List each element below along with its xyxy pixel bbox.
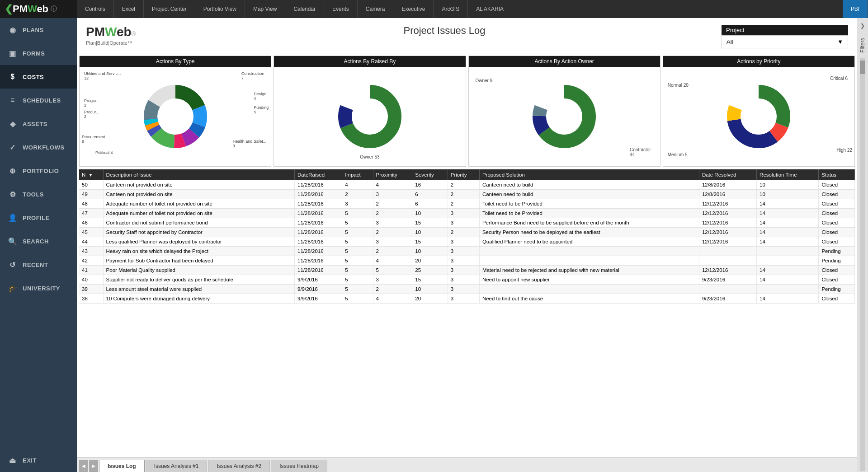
- recent-icon: ↺: [7, 259, 18, 270]
- table-row: 40 Supplier not ready to deliver goods a…: [79, 275, 855, 285]
- cell-status: Closed: [819, 294, 855, 304]
- cell-solution: Security Person need to be deployed at t…: [479, 228, 699, 237]
- donut-owner: Owner 9 Contractor44: [471, 69, 658, 164]
- sidebar-item-recent[interactable]: ↺ RECENT: [0, 253, 77, 276]
- cell-solution: Canteen need to build: [479, 190, 699, 199]
- sidebar-item-university[interactable]: 🎓 UNIVERSITY: [0, 276, 77, 300]
- filter-select[interactable]: All ▼: [722, 35, 848, 48]
- col-prox: Proximity: [373, 169, 412, 180]
- cell-status: Closed: [819, 190, 855, 199]
- cell-resolved: 12/8/2016: [699, 190, 756, 199]
- nav-events[interactable]: Events: [324, 0, 358, 18]
- cell-restime: [757, 285, 819, 294]
- cell-resolved: [699, 247, 756, 256]
- cell-impact: 5: [342, 266, 373, 275]
- cell-restime: 14: [757, 275, 819, 285]
- sidebar-item-forms[interactable]: ▣ FORMS: [0, 42, 77, 65]
- nav-portfolio-view[interactable]: Portfolio View: [195, 0, 245, 18]
- cell-prox: 2: [373, 209, 412, 218]
- svg-point-18: [548, 101, 580, 132]
- nav-excel[interactable]: Excel: [114, 0, 144, 18]
- label-owner9: Owner 9: [476, 78, 493, 83]
- sidebar-label-university: UNIVERSITY: [23, 285, 60, 292]
- cell-n: 49: [79, 190, 103, 199]
- sidebar-item-schedules[interactable]: ≡ SCHEDULES: [0, 89, 77, 112]
- cell-prox: 4: [373, 256, 412, 266]
- tab-scroll-left[interactable]: ◀: [79, 460, 88, 472]
- cell-restime: 14: [757, 209, 819, 218]
- donut-svg-raised: [334, 80, 406, 153]
- cell-status: Closed: [819, 180, 855, 190]
- label-medium5: Medium 5: [668, 152, 688, 157]
- tab-issues-analysis-1[interactable]: Issues Analysis #1: [146, 460, 208, 472]
- sort-icon-n[interactable]: ▼: [89, 173, 93, 178]
- cell-resolved: 12/12/2016: [699, 209, 756, 218]
- tab-issues-heatmap[interactable]: Issues Heatmap: [271, 460, 327, 472]
- chart-title-owner: Actions By Action Owner: [469, 56, 660, 67]
- cell-sev: 15: [412, 275, 448, 285]
- label-high22: High 22: [837, 148, 852, 153]
- top-nav: ❮PMWeb ⓘ Controls Excel Project Center P…: [0, 0, 868, 18]
- nav-camera[interactable]: Camera: [358, 0, 394, 18]
- cell-solution: Qualified Planner need to be appointed: [479, 237, 699, 247]
- chart-body-type: Utilities and Servic...12 Construction7 …: [80, 67, 271, 166]
- logo-brand: PMWeb®: [86, 25, 167, 39]
- cell-date: 11/28/2016: [295, 266, 342, 275]
- sidebar-item-costs[interactable]: $ COSTS: [0, 65, 77, 89]
- cell-date: 11/28/2016: [295, 256, 342, 266]
- cell-n: 44: [79, 237, 103, 247]
- cell-sev: 25: [412, 266, 448, 275]
- tab-issues-analysis-2[interactable]: Issues Analysis #2: [208, 460, 270, 472]
- cell-prox: 2: [373, 285, 412, 294]
- col-impact: Impact: [342, 169, 373, 180]
- sidebar: ◉ PLANS ▣ FORMS $ COSTS ≡ SCHEDULES ◈ AS…: [0, 18, 77, 472]
- label-construction: Construction7: [241, 71, 264, 80]
- label-procur: Procur...2: [84, 110, 99, 119]
- sidebar-label-plans: PLANS: [23, 27, 44, 33]
- sidebar-item-profile[interactable]: 👤 PROFILE: [0, 206, 77, 229]
- page-title: Project Issues Log: [167, 25, 722, 37]
- filter-value: All: [726, 38, 733, 45]
- cell-date: 11/28/2016: [295, 180, 342, 190]
- donut-svg-owner: [528, 80, 600, 153]
- nav-project-center[interactable]: Project Center: [144, 0, 195, 18]
- sidebar-item-workflows[interactable]: ✓ WORKFLOWS: [0, 136, 77, 159]
- page-title-area: Project Issues Log: [167, 25, 722, 37]
- filters-label[interactable]: Filters: [859, 33, 866, 57]
- cell-desc: Security Staff not appointed by Contract…: [103, 228, 294, 237]
- table-row: 49 Canteen not provided on site 11/28/20…: [79, 190, 855, 199]
- cell-impact: 2: [342, 190, 373, 199]
- nav-pbi[interactable]: PBI: [843, 0, 868, 18]
- charts-section: Actions By Type: [77, 53, 857, 169]
- cell-solution: Material need to be rejected and supplie…: [479, 266, 699, 275]
- col-sev: Severity: [412, 169, 448, 180]
- sidebar-item-search[interactable]: 🔍 SEARCH: [0, 229, 77, 253]
- cell-prox: 3: [373, 237, 412, 247]
- cell-n: 38: [79, 294, 103, 304]
- nav-map-view[interactable]: Map View: [245, 0, 285, 18]
- cell-date: 11/28/2016: [295, 228, 342, 237]
- sidebar-label-tools: TOOLS: [23, 191, 44, 198]
- sidebar-item-assets[interactable]: ◈ ASSETS: [0, 112, 77, 136]
- cell-n: 40: [79, 275, 103, 285]
- sidebar-item-exit[interactable]: ⏏ EXIT: [0, 449, 77, 472]
- cell-status: Pending: [819, 247, 855, 256]
- info-icon[interactable]: ⓘ: [51, 5, 57, 13]
- cell-date: 9/9/2016: [295, 275, 342, 285]
- nav-al-akaria[interactable]: AL AKARIA: [468, 0, 512, 18]
- tab-issues-log[interactable]: Issues Log: [99, 460, 145, 472]
- sidebar-item-plans[interactable]: ◉ PLANS: [0, 18, 77, 42]
- cell-sev: 10: [412, 209, 448, 218]
- donut-type: Utilities and Servic...12 Construction7 …: [82, 69, 269, 164]
- tab-scroll-right[interactable]: ▶: [89, 460, 98, 472]
- sidebar-item-tools[interactable]: ⚙ TOOLS: [0, 182, 77, 206]
- cell-desc: Canteen not provided on site: [103, 180, 294, 190]
- sidebar-item-portfolio[interactable]: ⊕ PORTFOLIO: [0, 159, 77, 182]
- nav-executive[interactable]: Executive: [393, 0, 434, 18]
- nav-arcgis[interactable]: ArcGIS: [434, 0, 468, 18]
- sidebar-label-profile: PROFILE: [23, 215, 50, 221]
- collapse-button[interactable]: ❯: [860, 18, 865, 33]
- nav-controls[interactable]: Controls: [77, 0, 114, 18]
- nav-calendar[interactable]: Calendar: [285, 0, 324, 18]
- cell-pri: 3: [448, 266, 479, 275]
